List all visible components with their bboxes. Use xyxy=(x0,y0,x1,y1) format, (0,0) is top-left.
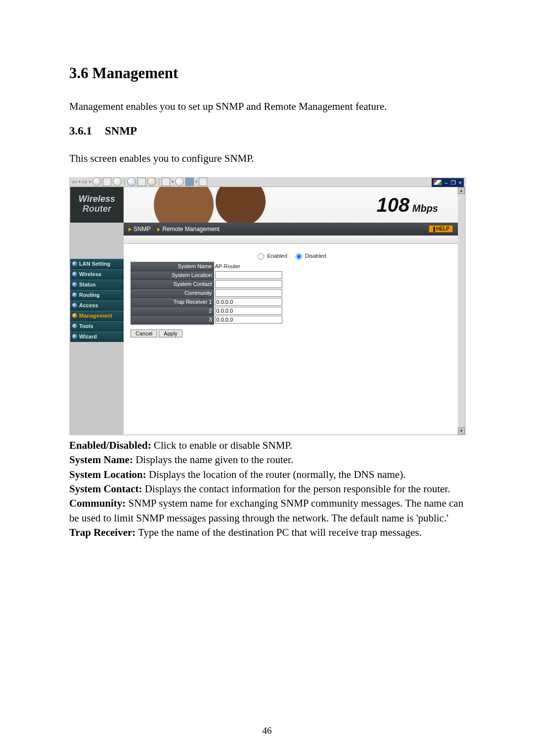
definition-text: Type the name of the destination PC that… xyxy=(135,526,421,538)
radio-text: Disabled xyxy=(305,253,326,259)
form-grid: System Name AP-Router System Location Sy… xyxy=(131,262,398,325)
router-admin-page: Wireless Router 108 Mbps SNMP Remote Man… xyxy=(70,187,458,434)
forward-dropdown-icon[interactable]: ▾ xyxy=(89,180,91,184)
definition-item: System Name: Displays the name given to … xyxy=(69,453,465,467)
mail-dropdown-icon[interactable]: ▾ xyxy=(172,180,174,184)
definition-term: System Name: xyxy=(69,454,133,466)
edit-dropdown-icon[interactable]: ▾ xyxy=(195,180,197,184)
scroll-up-icon[interactable]: ▲ xyxy=(458,187,465,194)
subnav-tabs: SNMP Remote Management xyxy=(127,226,220,233)
radio-disabled[interactable] xyxy=(296,253,302,260)
bullet-icon xyxy=(72,334,77,339)
definition-list: Enabled/Disabled: Click to enable or dis… xyxy=(69,438,465,540)
print-icon[interactable] xyxy=(175,177,184,186)
back-dropdown-icon[interactable]: ▾ xyxy=(79,180,81,184)
definition-text: Displays the name given to the router. xyxy=(133,454,293,466)
input-trap3[interactable] xyxy=(215,316,282,324)
mail-icon[interactable] xyxy=(162,178,170,186)
bullet-icon xyxy=(72,261,77,266)
help-button[interactable]: ❚HELP xyxy=(429,225,453,233)
snmp-form: Enabled Disabled System Name AP-Router S… xyxy=(124,244,458,342)
label-trap2: 2 xyxy=(131,306,214,315)
intro-paragraph: Management enables you to set up SNMP an… xyxy=(69,99,465,114)
home-icon[interactable] xyxy=(113,177,122,186)
label-system-location: System Location xyxy=(131,271,214,280)
edit-icon[interactable] xyxy=(185,178,194,186)
definition-term: System Contact: xyxy=(69,483,142,495)
history-icon[interactable] xyxy=(147,177,156,186)
sidebar-item-routing[interactable]: Routing xyxy=(70,290,124,300)
tab-snmp[interactable]: SNMP xyxy=(134,226,150,233)
page-banner: Wireless Router 108 Mbps xyxy=(70,187,458,223)
back-icon[interactable]: ⇦ xyxy=(72,178,77,186)
cancel-button[interactable]: Cancel xyxy=(131,330,157,337)
sidebar-menu: LAN Setting Wireless Status Routing Acce… xyxy=(70,259,124,434)
scroll-down-icon[interactable]: ▼ xyxy=(458,427,465,434)
vertical-scrollbar[interactable]: ▲ ▼ xyxy=(457,187,465,434)
sidebar-item-access[interactable]: Access xyxy=(70,300,124,311)
minimize-button[interactable]: – xyxy=(445,179,447,186)
definition-item: Community: SNMP system name for exchangi… xyxy=(69,496,465,525)
input-trap2[interactable] xyxy=(215,307,282,315)
sidebar-item-tools[interactable]: Tools xyxy=(70,321,124,331)
page-number: 46 xyxy=(0,725,534,736)
banner-graphic: 108 Mbps xyxy=(124,187,458,223)
forward-icon[interactable]: ⇨ xyxy=(82,178,88,186)
input-trap1[interactable] xyxy=(215,298,282,306)
sidebar-item-label: Wireless xyxy=(79,270,101,279)
bullet-icon xyxy=(72,282,77,287)
input-system-contact[interactable] xyxy=(215,280,282,288)
definition-text: Click to enable or disable SNMP. xyxy=(151,439,292,451)
definition-item: System Location: Displays the location o… xyxy=(69,468,465,482)
value-system-name: AP-Router xyxy=(214,262,398,271)
sidebar-item-label: LAN Setting xyxy=(79,259,110,269)
close-button[interactable]: × xyxy=(459,179,462,186)
apply-button[interactable]: Apply xyxy=(159,330,182,337)
favorites-icon[interactable] xyxy=(137,178,146,186)
sidebar-item-management[interactable]: Management xyxy=(70,311,124,321)
table-row: 3 xyxy=(131,315,398,324)
sidebar-item-label: Routing xyxy=(79,290,100,300)
input-community[interactable] xyxy=(215,289,282,297)
sidebar-item-label: Access xyxy=(79,301,98,310)
radio-disabled-label[interactable]: Disabled xyxy=(293,252,326,260)
sidebar-item-label: Management xyxy=(79,311,112,321)
sidebar-item-label: Tools xyxy=(79,322,93,331)
speed-unit: Mbps xyxy=(409,203,438,214)
radio-text: Enabled xyxy=(267,253,287,259)
definition-item: System Contact: Displays the contact inf… xyxy=(69,482,465,496)
label-system-name: System Name xyxy=(131,262,214,271)
radio-enabled[interactable] xyxy=(258,253,264,260)
sidebar-item-wireless[interactable]: Wireless xyxy=(70,269,124,280)
label-community: Community xyxy=(131,288,214,297)
search-icon[interactable] xyxy=(127,177,136,186)
heading-main: 3.6 Management xyxy=(69,64,465,82)
screenshot: ⇦ ▾ ⇨ ▾ ▾ ▾ – ❐ × ▲ ▼ xyxy=(69,177,466,435)
table-row: System Name AP-Router xyxy=(131,262,398,271)
radio-enabled-label[interactable]: Enabled xyxy=(255,252,287,260)
definition-item: Enabled/Disabled: Click to enable or dis… xyxy=(69,438,465,453)
main-panel: Enabled Disabled System Name AP-Router S… xyxy=(124,236,458,434)
tab-remote-management[interactable]: Remote Management xyxy=(162,226,219,233)
triangle-icon xyxy=(157,228,160,232)
sidebar-item-status[interactable]: Status xyxy=(70,280,124,290)
table-row: 2 xyxy=(131,306,398,315)
sidebar-item-wizard[interactable]: Wizard xyxy=(70,331,124,342)
sidebar-item-lan-setting[interactable]: LAN Setting xyxy=(70,259,124,269)
label-trap1: Trap Receiver 1 xyxy=(131,297,214,306)
browser-toolbar: ⇦ ▾ ⇨ ▾ ▾ ▾ xyxy=(70,177,465,187)
discuss-icon[interactable] xyxy=(199,178,207,186)
bullet-icon xyxy=(72,313,77,318)
definition-text: SNMP system name for exchanging SNMP com… xyxy=(69,497,463,523)
toolbar-separator xyxy=(124,178,125,185)
stop-icon[interactable] xyxy=(92,177,101,186)
table-row: System Contact xyxy=(131,280,398,288)
brand-logo: Wireless Router xyxy=(70,187,124,223)
restore-button[interactable]: ❐ xyxy=(451,179,456,186)
ime-flag-icon[interactable] xyxy=(434,180,442,185)
refresh-icon[interactable] xyxy=(103,178,111,186)
input-system-location[interactable] xyxy=(215,271,282,279)
definition-term: Enabled/Disabled: xyxy=(69,439,151,451)
heading-sub: 3.6.1SNMP xyxy=(69,125,465,138)
toolbar-separator xyxy=(159,178,159,185)
